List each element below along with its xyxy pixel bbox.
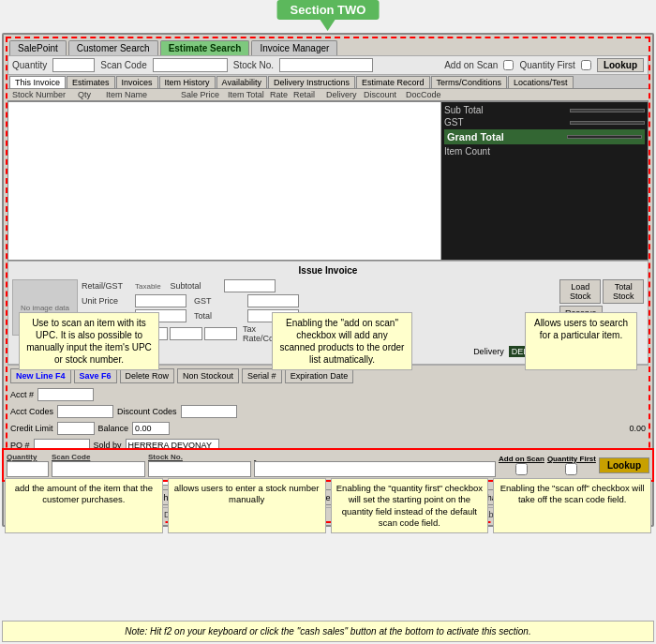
expiration-btn[interactable]: Expiration Date (285, 368, 354, 383)
scan-label: Scan Code (100, 60, 146, 70)
delete-row-btn[interactable]: Delete Row (120, 368, 175, 383)
qty-field: Quantity (7, 453, 49, 477)
qty-first-container: Quantity First (547, 455, 596, 475)
col-sale-price: Sale Price (178, 90, 225, 99)
balance-label: Balance (98, 424, 129, 433)
inv-unit-price-input[interactable] (135, 294, 186, 307)
add-on-scan-container: Add on Scan (499, 455, 544, 475)
tab-salepoint[interactable]: SalePoint (9, 40, 67, 55)
credit-limit-label: Credit Limit (10, 424, 53, 433)
stock-bar-input[interactable] (148, 461, 251, 477)
qty-first-bar-label: Quantity First (547, 455, 596, 463)
annot-add-on-scan: Enabling the "add on scan" checkbox will… (272, 312, 412, 370)
tab-customer-search[interactable]: Customer Search (68, 40, 158, 55)
section-arrow (321, 20, 335, 31)
inv-retail-row: Retail/GST Taxable Subtotal (82, 279, 556, 292)
scan-input[interactable] (153, 58, 228, 72)
lookup-button[interactable]: Lookup (597, 58, 644, 72)
add-on-scan-bar-checkbox[interactable] (515, 463, 528, 475)
col-item-name: Item Name (103, 90, 178, 99)
sub-tab-terms[interactable]: Terms/Conditions (431, 76, 508, 88)
acct-row2: Acct Codes Discount Codes (7, 403, 649, 420)
non-stockout-btn[interactable]: Non Stockout (177, 368, 239, 383)
qty-bar-input[interactable] (7, 461, 49, 477)
sub-tab-invoices[interactable]: Invoices (116, 76, 158, 88)
item-count-row: Item Count (444, 146, 645, 157)
col-rate: Rate (267, 90, 291, 99)
scan-field: Scan Code (52, 453, 145, 477)
discount-codes-input[interactable] (181, 405, 237, 418)
inv-gst-label: GST (194, 296, 246, 306)
stock-bar-label: Stock No. (148, 453, 251, 461)
grand-total-label: Grand Total (447, 131, 504, 142)
scan-bar-label: Scan Code (52, 453, 145, 461)
balance-input[interactable] (132, 422, 170, 435)
quantity-input[interactable] (52, 58, 95, 72)
add-on-scan-label: Add on Scan (444, 60, 498, 70)
col-stock-number: Stock Number (9, 90, 75, 99)
col-headers: Stock Number Qty Item Name Sale Price It… (7, 89, 649, 101)
sub-tab-delivery[interactable]: Delivery Instructions (268, 76, 355, 88)
sub-tab-locations[interactable]: Locations/Test (508, 76, 574, 88)
sub-tab-item-history[interactable]: Item History (159, 76, 216, 88)
annot-scan-off: Enabling the "scan off" checkbox will ta… (493, 478, 651, 533)
sub-total-value (570, 109, 645, 112)
sub-tab-availability[interactable]: Availability (216, 76, 267, 88)
scan-bar-input[interactable] (52, 461, 145, 477)
quantity-label: Quantity (12, 60, 47, 70)
save-btn[interactable]: Save F6 (74, 368, 117, 383)
section-label: Section TWO (277, 0, 380, 20)
add-on-scan-bar-label: Add on Scan (499, 455, 544, 463)
section-two-badge-container: Section TWO (277, 0, 380, 31)
inv-taxable-label: Taxable (135, 282, 161, 291)
annot-scan-upc: Use to scan an item with its UPC. It is … (19, 312, 159, 370)
inv-subtotal-label: Subtotal (171, 281, 222, 291)
inv-gst-input[interactable] (247, 294, 299, 307)
inv-subtotal-input[interactable] (224, 279, 276, 292)
toolbar: Quantity Scan Code Stock No. Add on Scan… (7, 55, 649, 75)
acct-hash-input[interactable] (37, 388, 94, 401)
new-line-btn[interactable]: New Line F4 (10, 368, 71, 383)
inv-retail-label: Retail/GST (82, 281, 133, 291)
acct-codes-input[interactable] (57, 405, 113, 418)
main-content: Sub Total GST Grand Total Item Count (7, 101, 649, 261)
bottom-annotations: add the amount of the item that the cust… (0, 478, 656, 533)
stock-input[interactable] (279, 58, 373, 72)
gst-value (570, 121, 645, 125)
qty-first-bar-checkbox[interactable] (565, 463, 577, 475)
wide-field (254, 453, 496, 477)
stock-label: Stock No. (233, 60, 274, 70)
col-delivery: Delivery (323, 90, 361, 99)
quantity-first-label: Quantity First (519, 60, 574, 70)
acct-row1: Acct # (7, 386, 649, 403)
annot-qty: add the amount of the item that the cust… (5, 478, 163, 533)
sub-tab-estimate-record[interactable]: Estimate Record (356, 76, 430, 88)
qty-bar-label: Quantity (7, 453, 49, 461)
col-doccode: DocCode (403, 90, 440, 99)
tab-bar: SalePoint Customer Search Estimate Searc… (7, 38, 649, 55)
col-retail: Retail (291, 90, 323, 99)
wide-bar-label (254, 453, 496, 461)
grand-total-row: Grand Total (444, 129, 645, 144)
lookup-bar-btn[interactable]: Lookup (599, 457, 649, 473)
serial-btn[interactable]: Serial # (242, 368, 282, 383)
inv-unit-price-row: Unit Price GST (82, 294, 556, 307)
grand-total-value (567, 135, 642, 139)
acct-codes-label: Acct Codes (10, 407, 53, 416)
credit-value-label: 0.00 (629, 424, 646, 433)
add-on-scan-checkbox[interactable] (503, 60, 514, 70)
quantity-first-checkbox[interactable] (581, 60, 591, 70)
sub-tab-estimates[interactable]: Estimates (67, 76, 115, 88)
tab-invoice-manager[interactable]: Invoice Manager (251, 40, 337, 55)
tab-estimate-search[interactable]: Estimate Search (160, 40, 250, 55)
credit-limit-input[interactable] (57, 422, 95, 435)
load-stock-btn[interactable]: Load Stock (559, 279, 601, 304)
discount-codes-label: Discount Codes (117, 407, 177, 416)
note-text: Note: Hit f2 on your keyboard or click t… (125, 626, 530, 637)
annot-search: Allows users to search for a particular … (525, 312, 637, 370)
input-bar: Quantity Scan Code Stock No. Add on Scan… (2, 448, 654, 482)
total-stock-btn[interactable]: Total Stock (603, 279, 644, 304)
stock-field: Stock No. (148, 453, 251, 477)
wide-bar-input[interactable] (254, 461, 496, 477)
sub-tab-this-invoice[interactable]: This Invoice (9, 76, 66, 88)
